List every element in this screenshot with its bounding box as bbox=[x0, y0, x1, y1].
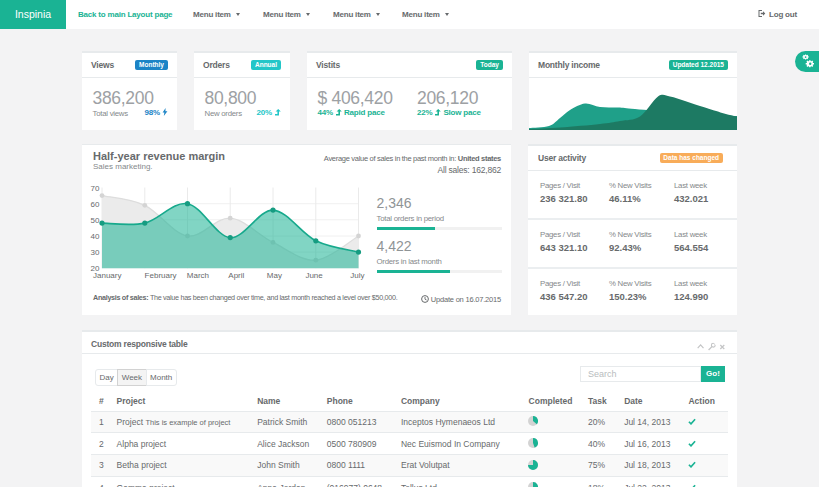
svg-text:January: January bbox=[93, 271, 121, 280]
svg-text:June: June bbox=[305, 271, 323, 280]
svg-text:April: April bbox=[228, 271, 244, 280]
svg-text:March: March bbox=[187, 271, 209, 280]
svg-text:60: 60 bbox=[91, 200, 100, 209]
svg-text:February: February bbox=[145, 271, 177, 280]
svg-text:40: 40 bbox=[91, 232, 100, 241]
svg-text:30: 30 bbox=[91, 248, 100, 257]
svg-text:July: July bbox=[350, 271, 364, 280]
svg-text:70: 70 bbox=[91, 184, 100, 193]
svg-text:May: May bbox=[267, 271, 282, 280]
svg-text:50: 50 bbox=[91, 216, 100, 225]
